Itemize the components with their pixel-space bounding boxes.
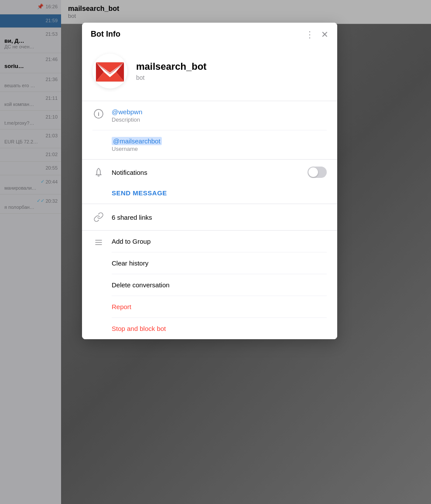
shared-links-label: 6 shared links <box>112 214 152 221</box>
info-section: i @webpwn Description @mailsearchbot Use… <box>82 101 337 160</box>
add-to-group-button[interactable]: Add to Group <box>112 231 327 252</box>
send-message-button[interactable]: SEND MESSAGE <box>92 185 167 204</box>
bot-type: bot <box>136 74 206 81</box>
shared-links-section: 6 shared links <box>82 204 337 231</box>
notifications-section: Notifications SEND MESSAGE <box>82 160 337 204</box>
username-row: @mailsearchbot Username <box>92 130 327 159</box>
username-content: @mailsearchbot Username <box>112 137 327 152</box>
modal-title: Bot Info <box>91 30 120 39</box>
notifications-label: Notifications <box>112 169 308 176</box>
description-label: Description <box>112 116 327 123</box>
delete-conversation-button[interactable]: Delete conversation <box>112 274 327 296</box>
clear-history-button[interactable]: Clear history <box>112 252 327 274</box>
link-icon <box>92 212 105 222</box>
close-button[interactable]: ✕ <box>321 30 328 39</box>
bot-info: mailsearch_bot bot <box>136 61 206 81</box>
info-circle-icon: i <box>92 108 105 119</box>
modal-header: Bot Info ⋮ ✕ <box>82 23 337 45</box>
bot-profile: mailsearch_bot bot <box>82 45 337 101</box>
report-button[interactable]: Report <box>112 296 327 318</box>
bot-avatar-icon <box>94 55 126 87</box>
username-spacer <box>92 137 105 138</box>
more-icon: ⋮ <box>305 30 314 39</box>
description-row: i @webpwn Description <box>92 101 327 130</box>
toggle-knob <box>308 167 318 177</box>
actions-with-icon: Add to Group Clear history Delete conver… <box>92 231 327 339</box>
bot-name: mailsearch_bot <box>136 61 206 72</box>
actions-section: Add to Group Clear history Delete conver… <box>82 231 337 339</box>
list-icon-container <box>92 231 112 247</box>
bot-info-modal: Bot Info ⋮ ✕ <box>82 23 337 339</box>
modal-header-actions: ⋮ ✕ <box>305 30 328 39</box>
avatar <box>92 54 127 89</box>
username-label: Username <box>112 146 327 152</box>
svg-text:i: i <box>98 111 99 117</box>
close-icon: ✕ <box>321 30 328 39</box>
bell-icon <box>92 167 105 177</box>
username-highlight: @mailsearchbot <box>112 137 162 145</box>
username-value: @mailsearchbot <box>112 137 327 145</box>
actions-list: Add to Group Clear history Delete conver… <box>112 231 327 339</box>
notifications-toggle[interactable] <box>308 167 327 178</box>
shared-links-row[interactable]: 6 shared links <box>92 204 327 230</box>
stop-block-button[interactable]: Stop and block bot <box>112 318 327 339</box>
description-content: @webpwn Description <box>112 108 327 123</box>
list-icon <box>94 238 103 247</box>
more-options-button[interactable]: ⋮ <box>305 30 314 39</box>
description-value: @webpwn <box>112 108 327 116</box>
notifications-row: Notifications <box>92 160 327 185</box>
